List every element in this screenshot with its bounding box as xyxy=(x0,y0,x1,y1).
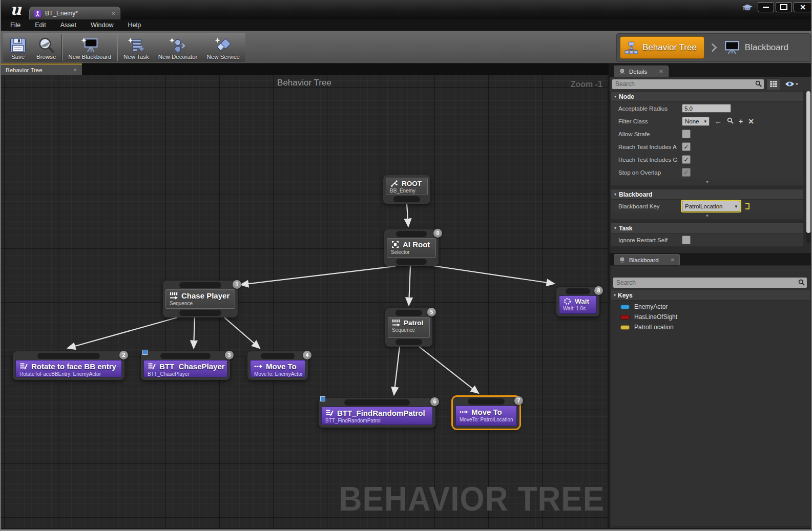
menu-item-file[interactable]: File xyxy=(3,22,28,29)
bt-node-root[interactable]: ROOTBB_Enemy xyxy=(383,175,430,204)
bt-node-btt-findrandompatrol[interactable]: 6BTT_FindRandomPatrolBTT_FindRandomPatro… xyxy=(319,398,435,428)
property-row: Reach Test Includes A✓ xyxy=(611,140,803,153)
details-tabstrip: Details ✕ xyxy=(610,65,812,77)
details-scrollbar-thumb[interactable] xyxy=(806,91,810,233)
new-decorator-icon xyxy=(169,37,187,53)
node-output-pin[interactable] xyxy=(395,339,422,345)
blueprint-marker-icon xyxy=(320,396,325,401)
new-task-button[interactable]: New Task xyxy=(119,33,154,62)
wait-icon xyxy=(563,298,572,305)
blackboard-tab-close-icon[interactable]: ✕ xyxy=(671,257,675,263)
section-header-node[interactable]: ▾Node xyxy=(611,92,803,102)
new-blackboard-button[interactable]: New Blackboard xyxy=(64,33,116,62)
node-subtitle: BTT_ChasePlayer xyxy=(144,371,227,377)
stop-on-overlap-checkbox[interactable]: ✓ xyxy=(682,168,691,177)
node-title: Wait xyxy=(559,296,596,305)
node-subtitle: Wait: 1.0s xyxy=(559,305,596,313)
acceptable-radius-input[interactable]: 5.0 xyxy=(682,104,731,113)
ignore-restart-self-checkbox[interactable] xyxy=(682,236,691,244)
document-tab-close-icon[interactable]: ✕ xyxy=(73,67,77,73)
menu-item-asset[interactable]: Asset xyxy=(53,22,84,29)
bt-node-moveto-patrol[interactable]: 7Move ToMoveTo: PatrolLocation xyxy=(453,397,519,429)
node-output-pin[interactable] xyxy=(396,259,426,265)
view-options-button[interactable]: ▾ xyxy=(783,79,800,90)
bt-node-btt-chaseplayer[interactable]: 3BTT_ChasePlayerBTT_ChasePlayer xyxy=(141,351,230,380)
bt-node-wait[interactable]: 8WaitWait: 1.0s xyxy=(556,287,599,316)
minimize-button[interactable] xyxy=(758,2,774,12)
mode-blackboard-button[interactable]: Blackboard xyxy=(721,40,792,55)
section-expander[interactable]: ▼ xyxy=(611,213,803,219)
node-input-pin[interactable] xyxy=(468,398,505,405)
bt-node-chase-player[interactable]: 1Chase PlayerSequence xyxy=(163,281,238,317)
details-tab-close-icon[interactable]: ✕ xyxy=(659,69,663,74)
collapse-triangle-icon: ▾ xyxy=(614,192,616,197)
editor-mode-switcher: Behavior Tree Blackboard xyxy=(616,33,811,62)
menu-item-help[interactable]: Help xyxy=(120,22,148,29)
behavior-tree-graph-canvas[interactable]: Behavior Tree Zoom -1 BEHAVIOR TREE ROOT… xyxy=(1,75,608,528)
bt-node-patrol[interactable]: 5PatrolSequence xyxy=(385,308,432,347)
browse-to-icon[interactable] xyxy=(727,117,734,126)
property-label: Stop on Overlap xyxy=(611,169,678,176)
close-button[interactable]: ✕ xyxy=(794,2,812,12)
blackboard-key-enemyactor[interactable]: EnemyActor xyxy=(611,302,810,312)
blackboard-search-input[interactable] xyxy=(613,278,807,288)
section-header-blackboard[interactable]: ▾Blackboard xyxy=(611,189,803,200)
node-body: Rotate to face BB entryRotateToFaceBBEnt… xyxy=(15,360,122,377)
reach-test-includes-a-checkbox[interactable]: ✓ xyxy=(682,142,691,151)
blackboard-key-haslineofsight[interactable]: HasLineOfSight xyxy=(611,312,810,322)
browse-button[interactable]: Browse xyxy=(32,33,60,62)
reach-test-includes-g-checkbox[interactable]: ✓ xyxy=(682,155,691,164)
menu-item-window[interactable]: Window xyxy=(84,22,120,29)
asset-window-tab[interactable]: BT_Enemy* ✕ xyxy=(29,7,120,19)
main-toolbar: SaveBrowseNew BlackboardNew TaskNew Deco… xyxy=(0,31,812,63)
section-expander[interactable]: ▼ xyxy=(611,179,803,185)
section-title: Blackboard xyxy=(619,191,652,198)
details-search-input[interactable] xyxy=(612,79,764,89)
maximize-button[interactable] xyxy=(776,2,792,12)
blackboard-key-patrollocation[interactable]: PatrolLocation xyxy=(611,322,810,332)
node-title: ROOT xyxy=(386,178,427,187)
allow-strafe-checkbox[interactable] xyxy=(682,130,691,138)
property-matrix-button[interactable] xyxy=(766,78,780,90)
toolbar-button-label: Save xyxy=(11,54,25,60)
node-input-pin[interactable] xyxy=(160,353,210,359)
behavior-tree-document-tab[interactable]: Behavior Tree ✕ xyxy=(1,63,82,75)
add-icon[interactable]: + xyxy=(739,118,743,125)
node-input-pin[interactable] xyxy=(566,288,590,294)
document-tabstrip: Behavior Tree ✕ xyxy=(0,63,609,75)
tab-blackboard[interactable]: Blackboard ✕ xyxy=(614,254,680,265)
keys-section-header[interactable]: ▾ Keys xyxy=(611,290,810,301)
node-input-pin[interactable] xyxy=(396,231,426,237)
blackboard-key-dropdown[interactable]: PatrolLocation▾ xyxy=(682,201,740,211)
new-service-button[interactable]: New Service xyxy=(202,33,244,62)
asset-tab-close-icon[interactable]: ✕ xyxy=(111,10,116,17)
mode-behavior-tree-button[interactable]: Behavior Tree xyxy=(620,36,704,59)
bt-node-ai-root[interactable]: 0AI RootSelector xyxy=(384,229,439,266)
new-decorator-button[interactable]: New Decorator xyxy=(154,33,202,62)
toolbar-button-label: New Decorator xyxy=(158,54,198,60)
section-header-task[interactable]: ▾Task xyxy=(611,223,803,233)
node-input-pin[interactable] xyxy=(395,310,422,316)
filter-class-dropdown[interactable]: None▾ xyxy=(682,117,710,126)
bt-node-rotate-to-face[interactable]: 2Rotate to face BB entryRotateToFaceBBEn… xyxy=(13,351,124,380)
node-output-pin[interactable] xyxy=(393,196,420,202)
node-input-pin[interactable] xyxy=(344,399,410,406)
use-selected-icon[interactable]: ← xyxy=(715,118,722,125)
blackboard-keys-list: EnemyActorHasLineOfSightPatrolLocation xyxy=(611,302,810,332)
execution-order-badge: 3 xyxy=(225,351,234,359)
property-label: Blackboard Key xyxy=(611,203,678,209)
tab-details[interactable]: Details ✕ xyxy=(614,66,669,77)
menu-bar: FileEditAssetWindowHelp xyxy=(0,19,812,31)
tutorial-cap-icon[interactable] xyxy=(742,4,753,12)
menu-item-edit[interactable]: Edit xyxy=(28,22,53,29)
blackboard-tab-icon xyxy=(619,257,626,263)
property-value: None▾←+✕ xyxy=(678,115,803,128)
bt-node-moveto-enemy[interactable]: 4Move ToMoveTo: EnemyActor xyxy=(247,351,308,380)
save-button[interactable]: Save xyxy=(4,33,32,62)
node-input-pin[interactable] xyxy=(179,282,221,288)
clear-icon[interactable]: ✕ xyxy=(748,118,754,125)
node-output-pin[interactable] xyxy=(179,310,221,316)
details-scrollbar[interactable] xyxy=(806,91,811,243)
node-input-pin[interactable] xyxy=(37,353,100,359)
node-input-pin[interactable] xyxy=(261,353,295,359)
